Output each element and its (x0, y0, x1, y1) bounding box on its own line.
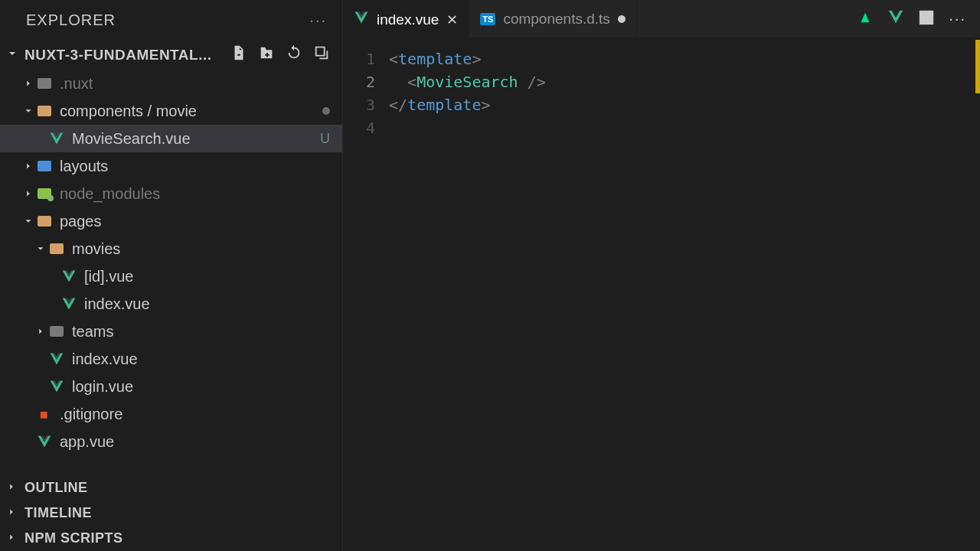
split-editor-icon[interactable] (918, 9, 935, 29)
chevron-down-icon (6, 47, 18, 64)
refresh-icon[interactable] (286, 44, 302, 65)
chevron-right-icon (21, 75, 35, 93)
tree-label: app.vue (60, 433, 330, 451)
tree-folder-layouts[interactable]: layouts (0, 152, 342, 180)
explorer-actions (230, 44, 336, 65)
tree-file-login-vue[interactable]: login.vue (0, 373, 342, 400)
project-header-row[interactable]: NUXT-3-FUNDAMENTAL... (0, 40, 342, 70)
tab-label: index.vue (377, 11, 439, 28)
tree-label: .gitignore (60, 406, 330, 423)
chevron-right-icon (21, 158, 35, 175)
tree-file-gitignore[interactable]: ◆ .gitignore (0, 400, 342, 428)
editor-toolbar: ··· (857, 8, 980, 29)
tree-folder-node-modules[interactable]: node_modules (0, 180, 342, 207)
tree-file-id-vue[interactable]: [id].vue (0, 262, 342, 290)
folder-icon (35, 188, 54, 199)
vue-file-icon (47, 379, 66, 394)
tree-folder-components-movie[interactable]: components / movie (0, 97, 342, 125)
tree-file-moviesearch[interactable]: MovieSearch.vue U (0, 125, 342, 152)
vue-file-icon (354, 10, 369, 29)
tree-label: index.vue (84, 295, 330, 313)
section-label: NPM SCRIPTS (24, 530, 123, 546)
code-line: <MovieSearch /> (389, 70, 546, 93)
git-file-icon: ◆ (35, 407, 54, 422)
line-number: 2 (343, 70, 375, 93)
line-gutter: 1 2 3 4 (343, 38, 389, 551)
tab-bar: index.vue ✕ TS components.d.ts ··· (343, 0, 980, 38)
tree-label: node_modules (60, 185, 330, 203)
folder-icon (35, 216, 54, 227)
section-outline[interactable]: OUTLINE (0, 475, 342, 500)
chevron-right-icon (34, 323, 47, 341)
tree-label: login.vue (72, 378, 330, 396)
vue-file-icon (60, 269, 78, 284)
overview-ruler-warning (975, 40, 980, 93)
section-label: OUTLINE (24, 480, 88, 496)
modified-dot-icon (322, 107, 330, 115)
more-icon[interactable]: ··· (309, 11, 327, 29)
chevron-right-icon (6, 480, 17, 496)
chevron-right-icon (6, 505, 17, 521)
code-line: <template> (389, 47, 546, 70)
tree-file-index-vue-pages[interactable]: index.vue (0, 345, 342, 373)
tree-file-app-vue[interactable]: app.vue (0, 428, 342, 455)
tree-folder-nuxt[interactable]: .nuxt (0, 70, 342, 97)
tree-label: movies (72, 240, 330, 258)
tree-label: [id].vue (84, 268, 330, 285)
tab-index-vue[interactable]: index.vue ✕ (343, 0, 469, 37)
chevron-down-icon (34, 240, 47, 258)
tree-folder-movies[interactable]: movies (0, 235, 342, 262)
section-npm-scripts[interactable]: NPM SCRIPTS (0, 526, 342, 551)
tree-label: index.vue (72, 350, 330, 368)
tree-folder-pages[interactable]: pages (0, 207, 342, 235)
chevron-down-icon (21, 103, 35, 120)
tab-label: components.d.ts (503, 11, 609, 28)
tree-label: .nuxt (60, 75, 330, 93)
chevron-right-icon (6, 530, 17, 546)
section-timeline[interactable]: TIMELINE (0, 500, 342, 526)
folder-icon (47, 243, 66, 254)
section-label: TIMELINE (24, 505, 92, 521)
tree-file-index-vue-movies[interactable]: index.vue (0, 290, 342, 318)
explorer-sidebar: EXPLORER ··· NUXT-3-FUNDAMENTAL... .nuxt… (0, 0, 343, 551)
chevron-right-icon (21, 185, 35, 203)
code-content[interactable]: <template> <MovieSearch /> </template> (389, 38, 546, 551)
new-folder-icon[interactable] (258, 44, 275, 65)
explorer-title: EXPLORER (26, 11, 116, 29)
tab-components-dts[interactable]: TS components.d.ts (469, 0, 636, 37)
line-number: 4 (343, 116, 375, 139)
line-number: 3 (343, 93, 375, 116)
tree-label: pages (60, 213, 330, 230)
editor-pane: index.vue ✕ TS components.d.ts ··· 1 2 3… (343, 0, 980, 551)
explorer-header: EXPLORER ··· (0, 0, 342, 40)
tree-folder-teams[interactable]: teams (0, 318, 342, 345)
vue-file-icon (47, 131, 66, 146)
modified-dot-icon (618, 15, 626, 23)
project-name: NUXT-3-FUNDAMENTAL... (24, 47, 230, 64)
tree-label: teams (72, 323, 330, 341)
file-tree: .nuxt components / movie MovieSearch.vue… (0, 70, 342, 475)
folder-icon (47, 326, 66, 337)
code-line (389, 116, 546, 139)
vue-file-icon (60, 296, 78, 311)
folder-icon (35, 78, 54, 89)
vue-file-icon (35, 434, 54, 449)
code-editor[interactable]: 1 2 3 4 <template> <MovieSearch /> </tem… (343, 38, 980, 551)
collapse-all-icon[interactable] (313, 44, 330, 65)
code-line: </template> (389, 93, 546, 116)
tree-label: layouts (60, 158, 330, 175)
folder-icon (35, 106, 54, 116)
close-icon[interactable]: ✕ (446, 11, 458, 28)
nuxt-icon[interactable] (857, 8, 874, 29)
tree-label: components / movie (60, 103, 322, 120)
more-icon[interactable]: ··· (949, 10, 966, 28)
tree-label: MovieSearch.vue (72, 130, 320, 148)
vue-icon[interactable] (887, 8, 904, 29)
line-number: 1 (343, 47, 375, 70)
chevron-down-icon (21, 213, 35, 230)
git-status-untracked: U (320, 131, 330, 147)
vue-file-icon (47, 351, 66, 367)
ts-file-icon: TS (480, 13, 495, 25)
new-file-icon[interactable] (230, 44, 247, 65)
folder-icon (35, 161, 54, 171)
